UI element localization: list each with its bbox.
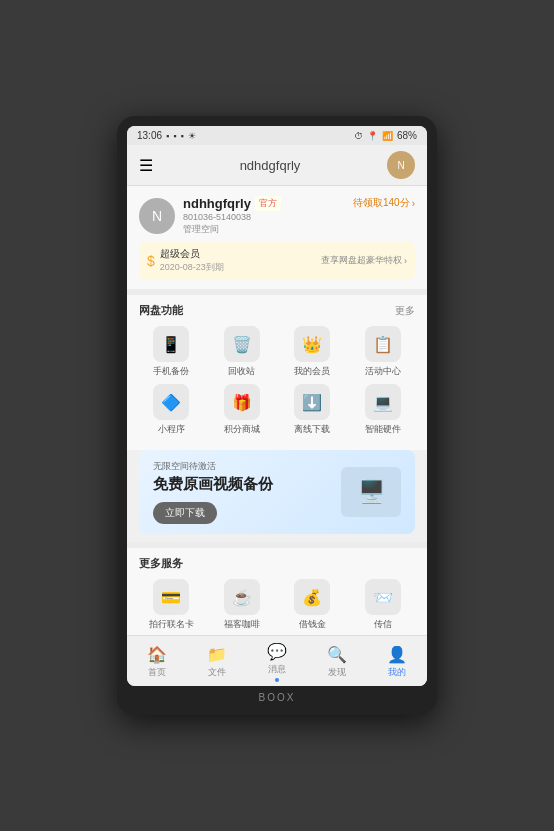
mine-icon: 👤	[387, 645, 407, 664]
mobile-backup-label: 手机备份	[153, 365, 189, 378]
username: ndhhgfqrly	[183, 196, 251, 211]
smart-hardware-icon: 💻	[365, 384, 401, 420]
wifi-icon: 📶	[382, 131, 393, 141]
points-label: 待领取140分	[353, 196, 410, 210]
mobile-backup-icon: 📱	[153, 326, 189, 362]
services-grid: 💳 拍行联名卡 ☕ 福客咖啡 💰 借钱金 📨 传信	[139, 579, 415, 631]
user-details: ndhhgfqrly 官方 801036-5140038 管理空间	[183, 196, 281, 236]
user-role: 管理空间	[183, 223, 281, 236]
signal-icon2: ▪	[173, 131, 176, 141]
status-right: ⏱ 📍 📶 68%	[354, 130, 417, 141]
activity-icon: 📋	[365, 326, 401, 362]
message-label: 传信	[374, 618, 392, 631]
user-row: N ndhhgfqrly 官方 801036-5140038 管理空间 待领取1…	[139, 196, 415, 236]
feature-mini-program[interactable]: 🔷 小程序	[139, 384, 204, 436]
banner-title: 免费原画视频备份	[153, 475, 273, 494]
user-avatar-top[interactable]: N	[387, 151, 415, 179]
nav-home-label: 首页	[148, 666, 166, 679]
files-icon: 📁	[207, 645, 227, 664]
bottom-nav: 🏠 首页 📁 文件 💬 消息 🔍 发现 👤 我的	[127, 635, 427, 686]
section-header-services: 更多服务	[139, 556, 415, 571]
banner-top-text: 无限空间待激活	[153, 460, 273, 473]
nav-discover-label: 发现	[328, 666, 346, 679]
user-info-section: N ndhhgfqrly 官方 801036-5140038 管理空间 待领取1…	[127, 186, 427, 295]
nav-discover[interactable]: 🔍 发现	[307, 645, 367, 679]
banner-device-icon: 🖥️	[358, 479, 385, 505]
device-screen: 13:06 ▪ ▪ ▪ ☀ ⏱ 📍 📶 68% ☰ ndhdgfqrly N	[127, 126, 427, 686]
activity-label: 活动中心	[365, 365, 401, 378]
top-bar: ☰ ndhdgfqrly N	[127, 145, 427, 186]
user-badge: 官方	[255, 196, 281, 211]
nav-files[interactable]: 📁 文件	[187, 645, 247, 679]
feature-mobile-backup[interactable]: 📱 手机备份	[139, 326, 204, 378]
signal-icon1: ▪	[166, 131, 169, 141]
feature-smart-hardware[interactable]: 💻 智能硬件	[351, 384, 416, 436]
nav-mine[interactable]: 👤 我的	[367, 645, 427, 679]
netdisk-more-link[interactable]: 更多	[395, 304, 415, 318]
home-icon: 🏠	[147, 645, 167, 664]
loan-icon: 💰	[294, 579, 330, 615]
service-loan[interactable]: 💰 借钱金	[280, 579, 345, 631]
banner-left: 无限空间待激活 免费原画视频备份 立即下载	[153, 460, 273, 524]
feature-my-vip[interactable]: 👑 我的会员	[280, 326, 345, 378]
user-left: N ndhhgfqrly 官方 801036-5140038 管理空间	[139, 196, 281, 236]
vip-row[interactable]: $ 超级会员 2020-08-23到期 查享网盘超豪华特权 ›	[139, 242, 415, 279]
nav-home[interactable]: 🏠 首页	[127, 645, 187, 679]
coffee-icon: ☕	[224, 579, 260, 615]
my-vip-icon: 👑	[294, 326, 330, 362]
user-points[interactable]: 待领取140分 ›	[353, 196, 415, 210]
points-shop-icon: 🎁	[224, 384, 260, 420]
nav-mine-label: 我的	[388, 666, 406, 679]
offline-download-label: 离线下载	[294, 423, 330, 436]
battery-level: 68%	[397, 130, 417, 141]
message-icon: 📨	[365, 579, 401, 615]
more-services-title: 更多服务	[139, 556, 183, 571]
chevron-right-vip-icon: ›	[404, 256, 407, 266]
section-header-netdisk: 网盘功能 更多	[139, 303, 415, 318]
clock-icon: ⏱	[354, 131, 363, 141]
signal-icon3: ▪	[180, 131, 183, 141]
feature-offline-download[interactable]: ⬇️ 离线下载	[280, 384, 345, 436]
recycle-icon: 🗑️	[224, 326, 260, 362]
offline-download-icon: ⬇️	[294, 384, 330, 420]
messages-icon: 💬	[267, 642, 287, 661]
time-display: 13:06	[137, 130, 162, 141]
messages-dot	[275, 678, 279, 682]
brightness-icon: ☀	[188, 131, 196, 141]
vip-left: $ 超级会员 2020-08-23到期	[147, 247, 224, 274]
mini-program-icon: 🔷	[153, 384, 189, 420]
feature-points-shop[interactable]: 🎁 积分商城	[210, 384, 275, 436]
banner-download-button[interactable]: 立即下载	[153, 502, 217, 524]
top-bar-title: ndhdgfqrly	[240, 158, 301, 173]
points-shop-label: 积分商城	[224, 423, 260, 436]
location-icon: 📍	[367, 131, 378, 141]
status-bar: 13:06 ▪ ▪ ▪ ☀ ⏱ 📍 📶 68%	[127, 126, 427, 145]
recycle-label: 回收站	[228, 365, 255, 378]
vip-icon: $	[147, 253, 155, 269]
nav-files-label: 文件	[208, 666, 226, 679]
vip-date: 2020-08-23到期	[160, 261, 224, 274]
vip-action[interactable]: 查享网盘超豪华特权 ›	[321, 254, 407, 267]
service-credit-card[interactable]: 💳 拍行联名卡	[139, 579, 204, 631]
promo-banner[interactable]: 无限空间待激活 免费原画视频备份 立即下载 🖥️	[139, 450, 415, 534]
menu-icon[interactable]: ☰	[139, 156, 153, 175]
my-vip-label: 我的会员	[294, 365, 330, 378]
more-services-section: 更多服务 💳 拍行联名卡 ☕ 福客咖啡 💰 借钱金 📨 传信	[127, 542, 427, 635]
nav-messages[interactable]: 💬 消息	[247, 642, 307, 682]
service-coffee[interactable]: ☕ 福客咖啡	[210, 579, 275, 631]
features-grid-row1: 📱 手机备份 🗑️ 回收站 👑 我的会员 📋 活动中心	[139, 326, 415, 378]
service-message[interactable]: 📨 传信	[351, 579, 416, 631]
netdisk-features-section: 网盘功能 更多 📱 手机备份 🗑️ 回收站 👑 我的会员 📋	[127, 295, 427, 450]
discover-icon: 🔍	[327, 645, 347, 664]
vip-info: 超级会员 2020-08-23到期	[160, 247, 224, 274]
chevron-right-icon: ›	[412, 198, 415, 209]
credit-card-icon: 💳	[153, 579, 189, 615]
user-avatar: N	[139, 198, 175, 234]
feature-activity[interactable]: 📋 活动中心	[351, 326, 416, 378]
features-grid-row2: 🔷 小程序 🎁 积分商城 ⬇️ 离线下载 💻 智能硬件	[139, 384, 415, 436]
device-frame: 13:06 ▪ ▪ ▪ ☀ ⏱ 📍 📶 68% ☰ ndhdgfqrly N	[117, 116, 437, 715]
feature-recycle[interactable]: 🗑️ 回收站	[210, 326, 275, 378]
smart-hardware-label: 智能硬件	[365, 423, 401, 436]
vip-label: 超级会员	[160, 247, 224, 261]
nav-messages-label: 消息	[268, 663, 286, 676]
